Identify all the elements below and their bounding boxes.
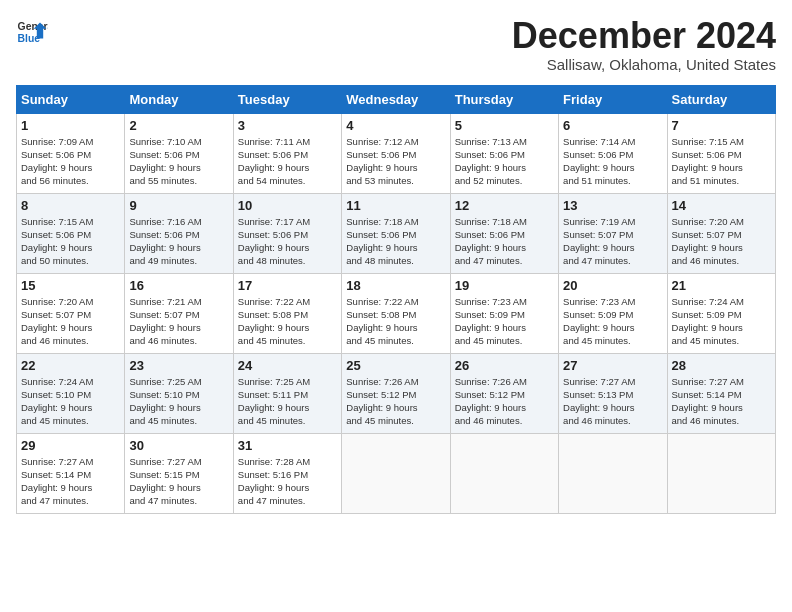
calendar-cell: 23Sunrise: 7:25 AM Sunset: 5:10 PM Dayli…	[125, 353, 233, 433]
calendar-cell: 30Sunrise: 7:27 AM Sunset: 5:15 PM Dayli…	[125, 433, 233, 513]
day-number: 21	[672, 278, 771, 293]
day-info: Sunrise: 7:19 AM Sunset: 5:07 PM Dayligh…	[563, 215, 662, 268]
day-info: Sunrise: 7:14 AM Sunset: 5:06 PM Dayligh…	[563, 135, 662, 188]
calendar-cell: 2Sunrise: 7:10 AM Sunset: 5:06 PM Daylig…	[125, 113, 233, 193]
calendar-cell: 29Sunrise: 7:27 AM Sunset: 5:14 PM Dayli…	[17, 433, 125, 513]
day-number: 4	[346, 118, 445, 133]
day-number: 3	[238, 118, 337, 133]
day-info: Sunrise: 7:24 AM Sunset: 5:09 PM Dayligh…	[672, 295, 771, 348]
day-info: Sunrise: 7:24 AM Sunset: 5:10 PM Dayligh…	[21, 375, 120, 428]
day-number: 5	[455, 118, 554, 133]
calendar-cell: 5Sunrise: 7:13 AM Sunset: 5:06 PM Daylig…	[450, 113, 558, 193]
calendar-cell: 18Sunrise: 7:22 AM Sunset: 5:08 PM Dayli…	[342, 273, 450, 353]
day-number: 17	[238, 278, 337, 293]
day-number: 2	[129, 118, 228, 133]
calendar-cell: 14Sunrise: 7:20 AM Sunset: 5:07 PM Dayli…	[667, 193, 775, 273]
day-info: Sunrise: 7:20 AM Sunset: 5:07 PM Dayligh…	[672, 215, 771, 268]
location: Sallisaw, Oklahoma, United States	[512, 56, 776, 73]
day-number: 9	[129, 198, 228, 213]
day-info: Sunrise: 7:17 AM Sunset: 5:06 PM Dayligh…	[238, 215, 337, 268]
day-info: Sunrise: 7:26 AM Sunset: 5:12 PM Dayligh…	[455, 375, 554, 428]
day-number: 12	[455, 198, 554, 213]
calendar-cell	[559, 433, 667, 513]
day-info: Sunrise: 7:12 AM Sunset: 5:06 PM Dayligh…	[346, 135, 445, 188]
column-header-tuesday: Tuesday	[233, 85, 341, 113]
day-info: Sunrise: 7:27 AM Sunset: 5:14 PM Dayligh…	[21, 455, 120, 508]
day-info: Sunrise: 7:22 AM Sunset: 5:08 PM Dayligh…	[238, 295, 337, 348]
day-info: Sunrise: 7:26 AM Sunset: 5:12 PM Dayligh…	[346, 375, 445, 428]
calendar-cell: 31Sunrise: 7:28 AM Sunset: 5:16 PM Dayli…	[233, 433, 341, 513]
day-number: 20	[563, 278, 662, 293]
calendar-cell: 26Sunrise: 7:26 AM Sunset: 5:12 PM Dayli…	[450, 353, 558, 433]
calendar-cell: 16Sunrise: 7:21 AM Sunset: 5:07 PM Dayli…	[125, 273, 233, 353]
calendar-cell: 11Sunrise: 7:18 AM Sunset: 5:06 PM Dayli…	[342, 193, 450, 273]
day-info: Sunrise: 7:18 AM Sunset: 5:06 PM Dayligh…	[346, 215, 445, 268]
day-number: 30	[129, 438, 228, 453]
day-number: 7	[672, 118, 771, 133]
day-info: Sunrise: 7:27 AM Sunset: 5:14 PM Dayligh…	[672, 375, 771, 428]
column-header-monday: Monday	[125, 85, 233, 113]
day-info: Sunrise: 7:27 AM Sunset: 5:15 PM Dayligh…	[129, 455, 228, 508]
day-number: 28	[672, 358, 771, 373]
column-header-sunday: Sunday	[17, 85, 125, 113]
day-number: 19	[455, 278, 554, 293]
day-number: 15	[21, 278, 120, 293]
calendar-table: SundayMondayTuesdayWednesdayThursdayFrid…	[16, 85, 776, 514]
day-number: 31	[238, 438, 337, 453]
calendar-cell: 3Sunrise: 7:11 AM Sunset: 5:06 PM Daylig…	[233, 113, 341, 193]
calendar-cell: 19Sunrise: 7:23 AM Sunset: 5:09 PM Dayli…	[450, 273, 558, 353]
calendar-cell: 28Sunrise: 7:27 AM Sunset: 5:14 PM Dayli…	[667, 353, 775, 433]
day-info: Sunrise: 7:28 AM Sunset: 5:16 PM Dayligh…	[238, 455, 337, 508]
day-info: Sunrise: 7:20 AM Sunset: 5:07 PM Dayligh…	[21, 295, 120, 348]
day-info: Sunrise: 7:25 AM Sunset: 5:10 PM Dayligh…	[129, 375, 228, 428]
calendar-cell	[667, 433, 775, 513]
day-info: Sunrise: 7:09 AM Sunset: 5:06 PM Dayligh…	[21, 135, 120, 188]
calendar-cell: 20Sunrise: 7:23 AM Sunset: 5:09 PM Dayli…	[559, 273, 667, 353]
calendar-week-row: 15Sunrise: 7:20 AM Sunset: 5:07 PM Dayli…	[17, 273, 776, 353]
day-info: Sunrise: 7:21 AM Sunset: 5:07 PM Dayligh…	[129, 295, 228, 348]
day-number: 24	[238, 358, 337, 373]
column-header-thursday: Thursday	[450, 85, 558, 113]
day-info: Sunrise: 7:23 AM Sunset: 5:09 PM Dayligh…	[455, 295, 554, 348]
day-number: 10	[238, 198, 337, 213]
day-info: Sunrise: 7:22 AM Sunset: 5:08 PM Dayligh…	[346, 295, 445, 348]
page-header: General Blue December 2024 Sallisaw, Okl…	[16, 16, 776, 73]
day-info: Sunrise: 7:25 AM Sunset: 5:11 PM Dayligh…	[238, 375, 337, 428]
day-number: 29	[21, 438, 120, 453]
column-header-saturday: Saturday	[667, 85, 775, 113]
day-number: 18	[346, 278, 445, 293]
day-number: 1	[21, 118, 120, 133]
calendar-week-row: 8Sunrise: 7:15 AM Sunset: 5:06 PM Daylig…	[17, 193, 776, 273]
day-number: 16	[129, 278, 228, 293]
day-number: 6	[563, 118, 662, 133]
day-number: 14	[672, 198, 771, 213]
calendar-cell: 8Sunrise: 7:15 AM Sunset: 5:06 PM Daylig…	[17, 193, 125, 273]
day-info: Sunrise: 7:10 AM Sunset: 5:06 PM Dayligh…	[129, 135, 228, 188]
calendar-cell: 7Sunrise: 7:15 AM Sunset: 5:06 PM Daylig…	[667, 113, 775, 193]
calendar-cell: 4Sunrise: 7:12 AM Sunset: 5:06 PM Daylig…	[342, 113, 450, 193]
day-number: 23	[129, 358, 228, 373]
calendar-cell: 13Sunrise: 7:19 AM Sunset: 5:07 PM Dayli…	[559, 193, 667, 273]
calendar-cell: 21Sunrise: 7:24 AM Sunset: 5:09 PM Dayli…	[667, 273, 775, 353]
day-info: Sunrise: 7:16 AM Sunset: 5:06 PM Dayligh…	[129, 215, 228, 268]
day-info: Sunrise: 7:15 AM Sunset: 5:06 PM Dayligh…	[672, 135, 771, 188]
logo: General Blue	[16, 16, 48, 48]
day-info: Sunrise: 7:18 AM Sunset: 5:06 PM Dayligh…	[455, 215, 554, 268]
calendar-cell: 27Sunrise: 7:27 AM Sunset: 5:13 PM Dayli…	[559, 353, 667, 433]
day-number: 25	[346, 358, 445, 373]
calendar-cell: 9Sunrise: 7:16 AM Sunset: 5:06 PM Daylig…	[125, 193, 233, 273]
day-info: Sunrise: 7:23 AM Sunset: 5:09 PM Dayligh…	[563, 295, 662, 348]
calendar-header-row: SundayMondayTuesdayWednesdayThursdayFrid…	[17, 85, 776, 113]
day-number: 13	[563, 198, 662, 213]
day-number: 8	[21, 198, 120, 213]
day-number: 27	[563, 358, 662, 373]
title-block: December 2024 Sallisaw, Oklahoma, United…	[512, 16, 776, 73]
calendar-week-row: 22Sunrise: 7:24 AM Sunset: 5:10 PM Dayli…	[17, 353, 776, 433]
calendar-cell: 10Sunrise: 7:17 AM Sunset: 5:06 PM Dayli…	[233, 193, 341, 273]
logo-icon: General Blue	[16, 16, 48, 48]
day-number: 22	[21, 358, 120, 373]
calendar-cell: 24Sunrise: 7:25 AM Sunset: 5:11 PM Dayli…	[233, 353, 341, 433]
calendar-cell: 15Sunrise: 7:20 AM Sunset: 5:07 PM Dayli…	[17, 273, 125, 353]
calendar-cell: 6Sunrise: 7:14 AM Sunset: 5:06 PM Daylig…	[559, 113, 667, 193]
day-info: Sunrise: 7:27 AM Sunset: 5:13 PM Dayligh…	[563, 375, 662, 428]
